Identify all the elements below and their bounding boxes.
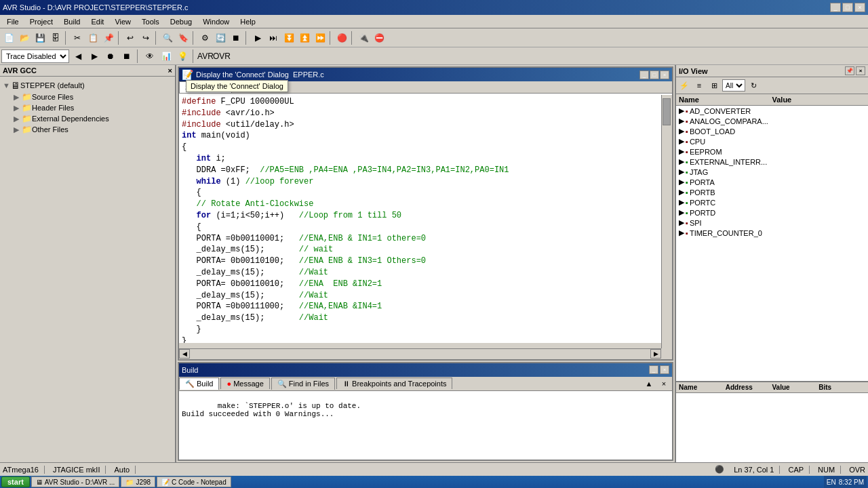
copy-button[interactable]: 📋 (85, 30, 100, 45)
io-tb-refresh-btn[interactable]: ↻ (747, 79, 760, 92)
debug-run-button[interactable]: ▶ (250, 30, 265, 45)
tab-find-in-files[interactable]: 🔍 Find in Files (271, 378, 335, 390)
code-close-btn[interactable]: × (660, 70, 669, 79)
tree-header-files[interactable]: ▶ 📁 Header Files (3, 102, 172, 113)
io-tb-btn1[interactable]: ⚡ (677, 79, 691, 92)
trace-btn2[interactable]: ▶ (87, 49, 102, 64)
menu-debug[interactable]: Debug (165, 16, 197, 27)
menu-help[interactable]: Help (235, 16, 261, 27)
io-close-btn[interactable]: × (856, 66, 865, 75)
io-select[interactable]: All (722, 79, 745, 92)
io-item-porta[interactable]: ▶ ▪ PORTA (676, 177, 868, 187)
bookmark-button[interactable]: 🔖 (176, 30, 191, 45)
code-vscroll-thumb[interactable] (663, 98, 671, 125)
breakpoint-button[interactable]: 🔴 (334, 30, 349, 45)
menu-build[interactable]: Build (58, 16, 85, 27)
undo-button[interactable]: ↩ (123, 30, 138, 45)
menu-edit[interactable]: Edit (85, 16, 109, 27)
code-hscrollbar[interactable]: ◀ ▶ (179, 348, 661, 359)
tray-time: 8:32 PM (839, 479, 864, 486)
tab-message[interactable]: ● Message (220, 378, 269, 389)
code-editor[interactable]: #define F_CPU 1000000UL #include <avr/io… (179, 94, 672, 343)
io-btn[interactable]: 📊 (159, 49, 174, 64)
build-close-btn[interactable]: × (660, 365, 669, 374)
tree-other-files[interactable]: ▶ 📁 Other Files (3, 124, 172, 135)
io-item-jtag[interactable]: ▶ ▪ JTAG (676, 167, 868, 177)
paste-button[interactable]: 📌 (101, 30, 116, 45)
code-restore-btn[interactable]: □ (650, 70, 659, 79)
avr-btn1[interactable]: AVR (198, 49, 213, 64)
avr-btn2[interactable]: OVR (214, 49, 229, 64)
tree-ext-dep[interactable]: ▶ 📁 External Dependencies (3, 113, 172, 124)
menu-view[interactable]: View (109, 16, 136, 27)
start-button[interactable]: start (1, 476, 30, 487)
build-minimize-btn[interactable]: _ (649, 365, 658, 374)
disconnect-button[interactable]: ⛔ (372, 30, 387, 45)
menu-window[interactable]: Window (197, 16, 235, 27)
io-item-portc[interactable]: ▶ ▪ PORTC (676, 197, 868, 207)
trace-btn1[interactable]: ◀ (71, 49, 85, 64)
hscroll-left-btn[interactable]: ◀ (179, 349, 190, 359)
trace-btn4[interactable]: ⏹ (119, 49, 134, 64)
rebuild-button[interactable]: 🔄 (213, 30, 228, 45)
minimize-button[interactable]: _ (830, 3, 841, 12)
debug-stepout-button[interactable]: ⏫ (297, 30, 312, 45)
io-item-portd[interactable]: ▶ ▪ PORTD (676, 207, 868, 218)
debug-stepinto-button[interactable]: ⏬ (281, 30, 296, 45)
taskbar-avrstudio[interactable]: 🖥 AVR Studio - D:\AVR ... (31, 476, 120, 487)
tab-build[interactable]: 🔨 Build (179, 378, 219, 390)
watch-btn[interactable]: 👁 (142, 49, 157, 64)
tree-source-files[interactable]: ▶ 📁 Source Files (3, 92, 172, 102)
code-minimize-btn[interactable]: _ (639, 70, 649, 79)
io-item-eeprom[interactable]: ▶ ▪ EEPROM (676, 146, 868, 157)
save-button[interactable]: 💾 (33, 30, 47, 45)
maximize-button[interactable]: □ (842, 3, 853, 12)
io-item-analog[interactable]: ▶ ▪ ANALOG_COMPARA... (676, 116, 868, 126)
debug-step-button[interactable]: ⏭ (266, 30, 281, 45)
save-all-button[interactable]: 🗄 (48, 30, 63, 45)
io-tb-btn3[interactable]: ⊞ (707, 79, 721, 92)
hscroll-track[interactable] (190, 349, 650, 359)
find-button[interactable]: 🔍 (160, 30, 175, 45)
io-item-cpu[interactable]: ▶ ▪ CPU (676, 136, 868, 146)
build-button[interactable]: ⚙ (197, 30, 212, 45)
mem-btn[interactable]: 💡 (175, 49, 190, 64)
stop-button[interactable]: ⏹ (229, 30, 243, 45)
code-vscrollbar[interactable] (661, 95, 672, 348)
taskbar-notepad[interactable]: 📝 C Code - Notepad (157, 476, 231, 487)
build-tab-close-btn[interactable]: × (657, 377, 671, 390)
tree-root-label: STEPPER (default) (20, 81, 85, 89)
io-item-portb[interactable]: ▶ ▪ PORTB (676, 187, 868, 197)
hscroll-right-btn[interactable]: ▶ (650, 349, 661, 359)
status-bar: ATmega16 JTAGICE mkII Auto ⚫ Ln 37, Col … (0, 462, 868, 476)
redo-button[interactable]: ↪ (138, 30, 153, 45)
trace-btn3[interactable]: ⏺ (103, 49, 118, 64)
taskbar: start 🖥 AVR Studio - D:\AVR ... 📁 J298 📝… (0, 476, 868, 488)
debug-run-cursor-button[interactable]: ⏩ (313, 30, 328, 45)
io-item-ext-int[interactable]: ▶ ▪ EXTERNAL_INTERR... (676, 157, 868, 167)
io-item-boot[interactable]: ▶ ▪ BOOT_LOAD (676, 126, 868, 136)
open-button[interactable]: 📂 (17, 30, 32, 45)
menu-file[interactable]: File (1, 16, 24, 27)
find-tab-icon: 🔍 (277, 380, 287, 388)
io-item-spi[interactable]: ▶ ▪ SPI (676, 218, 868, 228)
close-button[interactable]: × (854, 3, 865, 12)
cut-button[interactable]: ✂ (70, 30, 85, 45)
trace-select[interactable]: Trace Disabled (1, 49, 69, 63)
source-files-label: Source Files (32, 93, 73, 101)
build-title-text: Build (182, 366, 198, 374)
io-item-timer[interactable]: ▶ ▪ TIMER_COUNTER_0 (676, 228, 868, 238)
build-tab-up-btn[interactable]: ▲ (642, 377, 656, 390)
left-panel-close[interactable]: × (168, 66, 172, 75)
io-pin-btn[interactable]: 📌 (845, 66, 854, 75)
tree-root[interactable]: ▼ 🖥 STEPPER (default) (3, 79, 172, 92)
tab-breakpoints[interactable]: ⏸ Breakpoints and Tracepoints (336, 378, 452, 389)
taskbar-j298[interactable]: 📁 J298 (121, 476, 155, 487)
menu-project[interactable]: Project (24, 16, 58, 27)
menu-tools[interactable]: Tools (136, 16, 165, 27)
connect-button[interactable]: 🔌 (356, 30, 371, 45)
new-button[interactable]: 📄 (1, 30, 16, 45)
io-tb-btn2[interactable]: ≡ (692, 79, 706, 92)
io-item-ad-converter[interactable]: ▶ ▪ AD_CONVERTER (676, 106, 868, 116)
io-view-panel: I/O View 📌 × ⚡ ≡ ⊞ All ↻ Name Value ▶ ▪ … (675, 65, 868, 462)
